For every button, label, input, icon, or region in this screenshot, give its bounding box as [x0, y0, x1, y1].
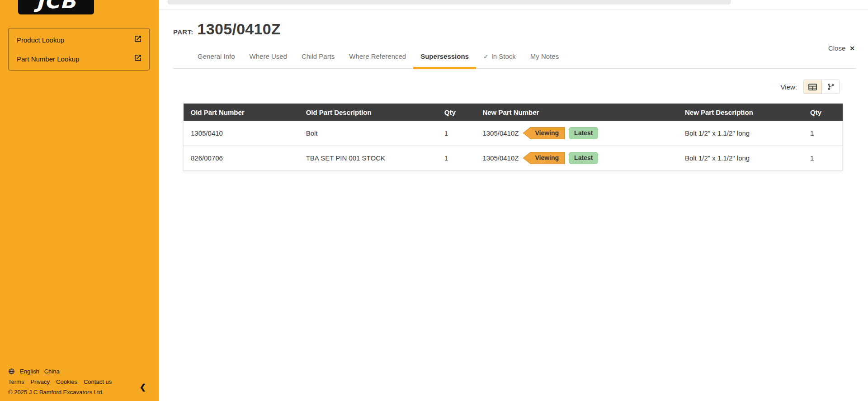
- col-header-old-part-number: Old Part Number: [184, 104, 299, 121]
- cell-qty-new: 1: [803, 146, 843, 170]
- sidebar-item-product-lookup[interactable]: Product Lookup: [9, 30, 149, 49]
- latest-badge: Latest: [569, 152, 598, 164]
- view-label: View:: [781, 83, 797, 91]
- cell-qty-old: 1: [437, 146, 476, 170]
- external-link-icon: [134, 35, 142, 45]
- terms-link[interactable]: Terms: [8, 378, 24, 385]
- lookup-nav: Product Lookup Part Number Lookup: [8, 28, 150, 71]
- tab-where-referenced[interactable]: Where Referenced: [342, 44, 413, 69]
- col-header-qty-new: Qty: [803, 104, 843, 121]
- table-header-row: Old Part Number Old Part Description Qty…: [184, 104, 843, 121]
- cell-new-part-number: 1305/0410Z Viewing Latest: [475, 121, 678, 146]
- part-number-lookup-label: Part Number Lookup: [17, 55, 79, 63]
- viewing-badge: Viewing: [523, 127, 565, 139]
- page-title-part-number: 1305/0410Z: [198, 20, 281, 38]
- viewing-badge: Viewing: [523, 152, 565, 164]
- col-header-old-part-description: Old Part Description: [299, 104, 437, 121]
- privacy-link[interactable]: Privacy: [30, 378, 50, 385]
- tab-my-notes[interactable]: My Notes: [523, 44, 566, 69]
- check-icon: ✓: [483, 53, 489, 60]
- tab-general-info[interactable]: General Info: [190, 44, 242, 69]
- contact-us-link[interactable]: Contact us: [84, 378, 112, 385]
- main-panel: PART: 1305/0410Z General Info Where Used…: [159, 0, 868, 401]
- table-grid-icon: [808, 84, 817, 90]
- close-icon: ✕: [849, 45, 855, 52]
- sidebar-collapse-chevron-icon[interactable]: ❮: [140, 382, 146, 392]
- part-detail-panel: PART: 1305/0410Z General Info Where Used…: [159, 9, 868, 171]
- branch-tree-icon: [827, 83, 835, 90]
- view-toggle-row: View:: [173, 80, 840, 94]
- top-header-strip: [159, 0, 868, 9]
- tree-view-button[interactable]: [821, 80, 840, 94]
- sidebar-item-part-number-lookup[interactable]: Part Number Lookup: [9, 49, 149, 68]
- table-row: 826/00706 TBA SET PIN 001 STOCK 1 1305/0…: [184, 146, 843, 170]
- cell-qty-new: 1: [803, 121, 843, 146]
- cell-old-part-description: TBA SET PIN 001 STOCK: [299, 146, 437, 170]
- product-lookup-label: Product Lookup: [17, 36, 64, 44]
- latest-badge: Latest: [569, 127, 598, 139]
- tab-bar: General Info Where Used Child Parts Wher…: [173, 44, 856, 69]
- col-header-qty-old: Qty: [437, 104, 476, 121]
- tab-supersessions[interactable]: Supersessions: [413, 44, 476, 69]
- cell-old-part-number: 1305/0410: [184, 121, 299, 146]
- sidebar-footer: English China Terms Privacy Cookies Cont…: [0, 368, 159, 401]
- language-link[interactable]: English: [20, 368, 39, 375]
- part-label: PART:: [173, 28, 193, 36]
- cell-qty-old: 1: [437, 121, 476, 146]
- cell-new-part-number: 1305/0410Z Viewing Latest: [475, 146, 678, 170]
- col-header-new-part-number: New Part Number: [475, 104, 678, 121]
- language-row: English China: [8, 368, 159, 375]
- cookies-link[interactable]: Cookies: [56, 378, 77, 385]
- external-link-icon: [134, 54, 142, 64]
- jcb-logo: JCB: [18, 0, 94, 14]
- table-row: 1305/0410 Bolt 1 1305/0410Z Viewing Late…: [184, 121, 843, 146]
- view-toggle-group: [803, 80, 840, 94]
- tab-child-parts[interactable]: Child Parts: [294, 44, 342, 69]
- globe-icon: [8, 368, 15, 375]
- col-header-new-part-description: New Part Description: [678, 104, 803, 121]
- copyright-text: © 2025 J C Bamford Excavators Ltd.: [8, 389, 159, 396]
- country-link[interactable]: China: [44, 368, 60, 375]
- top-scrollbar-pill[interactable]: [167, 0, 731, 5]
- cell-new-part-description: Bolt 1/2" x 1.1/2" long: [678, 146, 803, 170]
- tab-in-stock[interactable]: ✓ In Stock: [476, 44, 523, 69]
- table-view-button[interactable]: [803, 80, 821, 94]
- legal-links-row: Terms Privacy Cookies Contact us: [8, 378, 159, 385]
- part-title-row: PART: 1305/0410Z: [173, 20, 868, 38]
- supersessions-table: Old Part Number Old Part Description Qty…: [183, 104, 843, 171]
- jcb-logo-text: JCB: [36, 0, 76, 13]
- cell-old-part-description: Bolt: [299, 121, 437, 146]
- close-button[interactable]: Close ✕: [828, 44, 855, 52]
- tab-where-used[interactable]: Where Used: [242, 44, 294, 69]
- cell-new-part-description: Bolt 1/2" x 1.1/2" long: [678, 121, 803, 146]
- sidebar: JCB Product Lookup Part Number Lookup En…: [0, 0, 159, 401]
- cell-old-part-number: 826/00706: [184, 146, 299, 170]
